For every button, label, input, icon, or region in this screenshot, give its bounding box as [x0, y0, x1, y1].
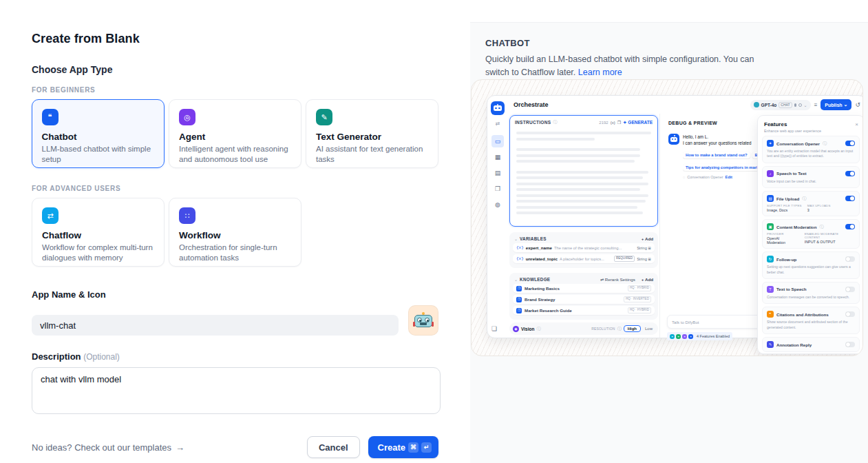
knowledge-doc-icon: ❐ [516, 308, 522, 313]
info-icon: ⓘ [553, 119, 557, 125]
feature-item-content-moderation: ▣Content ModerationⓘPROVIDEROpenAI Moder… [762, 219, 860, 249]
preview-app-header: Orchestrate GPT-4o CHAT ⌄ ≡ Publish [508, 96, 863, 114]
learn-more-link[interactable]: Learn more [578, 68, 622, 77]
skeleton-line [516, 171, 648, 174]
feature-meta-label: SUPPORT FILE TYPES [767, 204, 802, 207]
dialog-footer: No ideas? Check out our templates → Canc… [32, 436, 438, 458]
create-from-blank-panel: Create from Blank Choose App Type FOR BE… [0, 0, 470, 463]
beginner-app-type-cards: ❝ChatbotLLM-based chatbot with simple se… [32, 99, 438, 168]
cancel-button[interactable]: Cancel [307, 436, 360, 458]
generate-button: ✦ GENERATE [623, 120, 653, 125]
feature-toggle [845, 287, 855, 292]
feature-name: File Upload [776, 196, 799, 201]
bot-avatar [668, 134, 679, 145]
skeleton-line [516, 206, 637, 209]
info-icon: ⓘ [536, 326, 540, 332]
app-name-row [32, 305, 438, 336]
feature-meta-value: Image, Docs [767, 208, 802, 212]
knowledge-index-badge: HQ · INVERTED [624, 296, 651, 302]
skeleton-line [516, 132, 651, 134]
skeleton-line [516, 154, 640, 157]
vision-icon: ◉ [513, 326, 519, 332]
description-label: Description (Optional) [32, 351, 438, 362]
exchange-icon: ⇄ [496, 121, 500, 127]
skeleton-line [516, 212, 643, 214]
feature-name: Speech to Text [776, 171, 807, 176]
feature-item-text-to-speech: TText to SpeechConversation messages can… [762, 282, 860, 304]
app-type-card-chatflow[interactable]: ⇄ChatflowWorkflow for complex multi-turn… [32, 198, 165, 267]
feature-item-file-upload: ▤File UploadⓘSUPPORT FILE TYPESImage, Do… [762, 191, 860, 216]
variable-description: A placeholder for topics... [560, 257, 612, 261]
rerank-settings-button: ⇄ Rerank Settings [600, 277, 635, 282]
app-type-title: Agent [179, 132, 291, 142]
knowledge-row: ❐Brand StrategyHQ · INVERTED [513, 295, 655, 304]
feature-toggle [845, 224, 855, 229]
required-badge: REQUIRED [614, 256, 635, 262]
feature-toggle [845, 171, 855, 176]
feature-meta: PROVIDEROpenAI ModerationENABLED MODERAT… [767, 232, 855, 245]
feature-name: Follow-up [776, 257, 796, 262]
variable-braces-icon: {x} [516, 245, 524, 250]
feature-item-speech-to-text: ♪Speech to TextVoice input can be used i… [762, 166, 860, 188]
skeleton-line [516, 200, 646, 203]
feature-description: Voice input can be used in chat. [767, 179, 855, 184]
app-type-title: Text Generator [316, 132, 428, 142]
feature-item-annotation-reply: ✎Annotation Reply [762, 337, 860, 352]
variable-braces-icon: {x} [611, 121, 615, 125]
feature-meta-label: ENABLED MODERATE CONTENT [805, 232, 855, 239]
skeleton-line [516, 176, 643, 179]
app-type-card-workflow[interactable]: ∷WorkflowOrchestration for single-turn a… [169, 198, 301, 267]
app-type-card-agent[interactable]: ◎AgentIntelligent agent with reasoning a… [169, 99, 301, 168]
description-input[interactable]: chat with vllm model [32, 367, 441, 414]
variable-type-badge: String ⊞ [637, 257, 651, 261]
knowledge-section: ⌄ KNOWLEDGE ⇄ Rerank Settings + Add ❐Mar… [509, 273, 658, 320]
instructions-skeleton-text [510, 127, 657, 222]
skeleton-line [516, 148, 640, 151]
vision-label: Vision [521, 327, 534, 331]
create-button[interactable]: Create ⌘ ↵ [368, 436, 438, 458]
knowledge-name: Market Research Guide [525, 308, 625, 313]
variable-row: {x}unrelated_topicA placeholder for topi… [513, 254, 655, 263]
content-moderation-icon: ▣ [767, 223, 774, 230]
add-knowledge-button: + Add [642, 277, 653, 282]
settings-square-icon: ❏ [491, 325, 497, 332]
feature-meta-col: PROVIDEROpenAI Moderation [767, 232, 799, 245]
model-provider-icon [754, 102, 759, 107]
chatbot-icon: ❝ [42, 109, 59, 125]
feature-dot-icon: ✦ [682, 334, 687, 339]
feature-description: Conversation messages can be converted t… [767, 295, 855, 300]
features-panel: Features Enhance web app user experience… [757, 115, 863, 354]
file-upload-icon: ▤ [767, 195, 774, 202]
edit-opener-button: Edit [726, 175, 732, 179]
speech-to-text-icon: ♪ [767, 170, 774, 177]
app-name-input[interactable] [32, 315, 399, 336]
feature-meta-value: OpenAI Moderation [767, 236, 799, 245]
opener-gear-icon: ◌ [683, 175, 685, 179]
text-generator-icon: ✎ [316, 109, 332, 125]
resolution-low-option: Low [643, 326, 655, 331]
feature-name: Content Moderation [776, 225, 816, 229]
for-advanced-users-label: FOR ADVANCED USERS [32, 185, 438, 192]
add-variable-button: + Add [642, 236, 653, 241]
page-title: Create from Blank [32, 32, 438, 46]
app-type-card-chatbot[interactable]: ❝ChatbotLLM-based chatbot with simple se… [32, 99, 165, 168]
vision-section: ◉ Vision ⓘ RESOLUTION ⓘ High Low [509, 322, 658, 335]
feature-description: You are an entity extraction model that … [767, 149, 855, 159]
feature-meta-label: PROVIDER [767, 232, 799, 236]
copy-icon: ❐ [617, 120, 621, 125]
feature-name: Citations and Attributions [776, 312, 829, 317]
app-type-card-text-generator[interactable]: ✎Text GeneratorAI assistant for text gen… [306, 99, 438, 168]
app-name-label: App Name & Icon [32, 289, 438, 300]
app-icon-button[interactable] [408, 305, 438, 336]
variable-type-badge: String ⊞ [637, 246, 651, 250]
features-enabled-strip: ✦✦✦✦ 4 Features Enabled [667, 332, 732, 340]
knowledge-doc-icon: ❐ [516, 297, 522, 302]
knowledge-row: ❐Marketing BasicsHQ · HYBRID [513, 284, 655, 293]
app-type-description: LLM-based chatbot with simple setup [42, 144, 155, 165]
app-type-description: Intelligent agent with reasoning and aut… [179, 144, 291, 165]
feature-name: Annotation Reply [776, 342, 812, 347]
variables-section: ⌄ VARIABLES + Add {x}expert_nameThe name… [509, 232, 658, 268]
image-icon: ▦ [491, 151, 504, 163]
templates-link[interactable]: No ideas? Check out our templates → [32, 442, 184, 453]
dify-bot-logo-icon [491, 101, 505, 115]
